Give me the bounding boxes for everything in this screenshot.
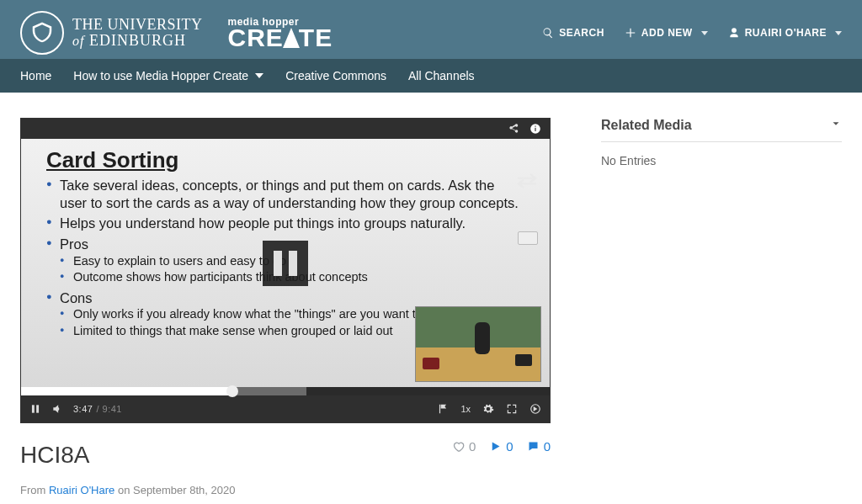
time-display: 3:47/ 9:41 bbox=[73, 404, 122, 414]
video-player[interactable]: Card Sorting Take several ideas, concept… bbox=[20, 118, 551, 423]
swap-streams-icon[interactable] bbox=[516, 172, 538, 193]
like-count[interactable]: 0 bbox=[452, 439, 476, 454]
user-menu[interactable]: RUAIRI O'HARE bbox=[728, 27, 842, 39]
topbar: THE UNIVERSITY of EDINBURGH media hopper… bbox=[0, 0, 862, 93]
secondary-video-thumbnail[interactable] bbox=[415, 306, 541, 382]
create-logo: media hopper CRETE bbox=[227, 18, 333, 49]
kaltura-logo-icon[interactable] bbox=[529, 403, 541, 415]
chevron-down-icon bbox=[255, 73, 263, 78]
svg-rect-2 bbox=[535, 126, 535, 127]
comment-count[interactable]: 0 bbox=[527, 439, 551, 454]
settings-icon[interactable] bbox=[482, 403, 494, 415]
video-stats: 0 0 0 bbox=[452, 439, 551, 454]
play-count[interactable]: 0 bbox=[489, 439, 513, 454]
play-icon bbox=[489, 440, 502, 453]
triangle-icon bbox=[283, 28, 300, 48]
main-nav: Home How to use Media Hopper Create Crea… bbox=[0, 59, 862, 93]
nav-creative-commons[interactable]: Creative Commons bbox=[285, 69, 386, 82]
slide-bullet: Take several ideas, concepts, or things … bbox=[46, 177, 524, 211]
add-new-menu[interactable]: ADD NEW bbox=[625, 27, 708, 39]
player-top-toolbar bbox=[21, 119, 550, 139]
pause-button[interactable] bbox=[29, 403, 41, 415]
pip-toggle-icon[interactable] bbox=[518, 231, 538, 245]
sidebar: Related Media No Entries bbox=[601, 118, 842, 167]
comment-icon bbox=[527, 440, 540, 453]
info-icon[interactable] bbox=[529, 123, 541, 135]
pause-overlay-icon[interactable] bbox=[263, 241, 308, 286]
share-icon[interactable] bbox=[508, 123, 519, 135]
search-button[interactable]: SEARCH bbox=[542, 27, 604, 39]
slide-bullet: Helps you understand how people put thin… bbox=[46, 215, 524, 232]
player-controls: 3:47/ 9:41 1x bbox=[21, 395, 550, 422]
chevron-down-icon bbox=[835, 31, 842, 35]
flag-icon[interactable] bbox=[437, 403, 449, 415]
university-name: THE UNIVERSITY of EDINBURGH bbox=[72, 17, 202, 49]
heart-icon bbox=[452, 440, 465, 453]
related-media-empty: No Entries bbox=[601, 142, 842, 167]
progress-thumb[interactable] bbox=[226, 385, 238, 397]
volume-icon[interactable] bbox=[51, 403, 63, 415]
slide-content: Card Sorting Take several ideas, concept… bbox=[21, 139, 550, 387]
video-title: HCI8A bbox=[20, 442, 89, 469]
upload-date: September 8th, 2020 bbox=[133, 484, 235, 496]
search-icon bbox=[542, 27, 554, 39]
chevron-down-icon bbox=[830, 118, 842, 133]
nav-howto[interactable]: How to use Media Hopper Create bbox=[73, 69, 263, 82]
nav-home[interactable]: Home bbox=[20, 69, 51, 82]
video-meta: From Ruairi O'Hare on September 8th, 202… bbox=[20, 484, 551, 496]
university-crest-icon bbox=[20, 11, 64, 55]
svg-rect-4 bbox=[36, 405, 39, 412]
brand-block[interactable]: THE UNIVERSITY of EDINBURGH media hopper… bbox=[20, 11, 333, 55]
svg-rect-3 bbox=[32, 405, 35, 412]
chevron-down-icon bbox=[701, 31, 708, 35]
progress-bar[interactable] bbox=[21, 387, 550, 395]
user-icon bbox=[728, 27, 740, 39]
slide-title: Card Sorting bbox=[46, 147, 524, 173]
nav-all-channels[interactable]: All Channels bbox=[408, 69, 475, 82]
playback-speed[interactable]: 1x bbox=[460, 404, 471, 414]
author-link[interactable]: Ruairi O'Hare bbox=[49, 484, 114, 496]
plus-icon bbox=[625, 27, 636, 39]
svg-rect-1 bbox=[535, 128, 535, 131]
related-media-toggle[interactable]: Related Media bbox=[601, 118, 842, 142]
fullscreen-icon[interactable] bbox=[506, 403, 518, 415]
